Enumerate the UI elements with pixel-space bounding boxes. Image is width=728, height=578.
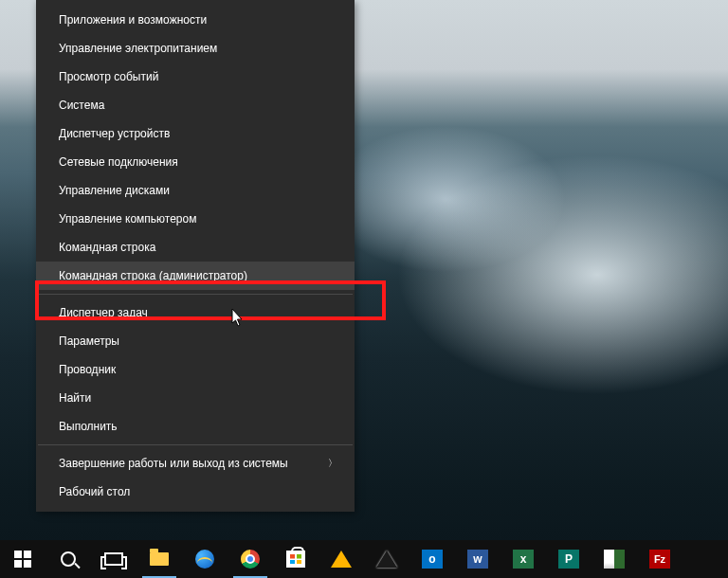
folder-icon: [148, 548, 171, 570]
outlook-icon: o: [421, 548, 444, 570]
taskbar-word[interactable]: w: [455, 540, 500, 578]
ie-icon: [193, 548, 216, 570]
menu-item-network-connections[interactable]: Сетевые подключения: [36, 148, 355, 176]
taskbar-aimp[interactable]: [318, 540, 364, 578]
menu-item-power-options[interactable]: Управление электропитанием: [36, 34, 355, 63]
menu-item-label: Диспетчер задач: [59, 306, 148, 319]
taskbar: o w x P Fz: [0, 540, 728, 578]
menu-item-label: Диспетчер устройств: [59, 127, 170, 140]
menu-item-settings[interactable]: Параметры: [36, 327, 355, 355]
menu-item-file-explorer[interactable]: Проводник: [36, 355, 355, 384]
chrome-icon: [239, 548, 262, 570]
winx-context-menu: Приложения и возможности Управление элек…: [36, 0, 355, 512]
total-commander-icon: [603, 548, 626, 570]
menu-item-label: Управление электропитанием: [59, 42, 217, 55]
taskbar-aimp-dark[interactable]: [364, 540, 410, 578]
menu-item-label: Управление компьютером: [59, 212, 196, 226]
word-icon: w: [466, 548, 489, 570]
task-view-button[interactable]: [91, 540, 136, 578]
menu-separator: [38, 294, 353, 295]
menu-item-apps-features[interactable]: Приложения и возможности: [36, 6, 355, 34]
store-icon: [284, 548, 307, 570]
menu-item-label: Найти: [59, 391, 91, 405]
menu-item-shutdown-signout[interactable]: Завершение работы или выход из системы 〉: [36, 449, 355, 478]
menu-item-label: Просмотр событий: [59, 70, 158, 83]
filezilla-icon: Fz: [648, 548, 671, 570]
menu-item-command-prompt[interactable]: Командная строка: [36, 233, 355, 262]
taskbar-chrome[interactable]: [228, 540, 273, 578]
menu-item-label: Командная строка (администратор): [59, 269, 247, 282]
taskbar-excel[interactable]: x: [500, 540, 546, 578]
start-button[interactable]: [0, 540, 46, 578]
menu-item-computer-management[interactable]: Управление компьютером: [36, 205, 355, 233]
menu-separator: [38, 444, 353, 445]
taskbar-outlook[interactable]: o: [410, 540, 455, 578]
search-icon: [57, 548, 80, 570]
taskbar-store[interactable]: [273, 540, 318, 578]
taskbar-filezilla[interactable]: Fz: [637, 540, 682, 578]
aimp-icon: [330, 548, 353, 570]
menu-item-label: Система: [59, 99, 104, 112]
menu-item-system[interactable]: Система: [36, 91, 355, 119]
menu-item-label: Управление дисками: [59, 184, 170, 197]
chevron-right-icon: 〉: [328, 457, 337, 470]
menu-item-label: Параметры: [59, 334, 119, 348]
excel-icon: x: [512, 548, 535, 570]
menu-item-desktop[interactable]: Рабочий стол: [36, 478, 355, 506]
search-button[interactable]: [46, 540, 91, 578]
menu-item-label: Рабочий стол: [59, 485, 130, 498]
menu-item-command-prompt-admin[interactable]: Командная строка (администратор): [36, 262, 355, 290]
menu-item-label: Выполнить: [59, 420, 118, 433]
menu-item-event-viewer[interactable]: Просмотр событий: [36, 63, 355, 91]
taskbar-total-commander[interactable]: [592, 540, 637, 578]
publisher-icon: P: [557, 548, 580, 570]
menu-item-label: Сетевые подключения: [59, 155, 178, 169]
menu-item-task-manager[interactable]: Диспетчер задач: [36, 298, 355, 327]
menu-item-label: Проводник: [59, 363, 116, 376]
menu-item-disk-management[interactable]: Управление дисками: [36, 176, 355, 205]
taskbar-publisher[interactable]: P: [546, 540, 592, 578]
task-view-icon: [102, 548, 125, 570]
menu-item-label: Приложения и возможности: [59, 13, 207, 27]
menu-item-label: Завершение работы или выход из системы: [59, 457, 288, 470]
menu-item-search[interactable]: Найти: [36, 384, 355, 412]
menu-item-label: Командная строка: [59, 241, 155, 254]
menu-item-device-manager[interactable]: Диспетчер устройств: [36, 119, 355, 148]
taskbar-internet-explorer[interactable]: [182, 540, 228, 578]
aimp-dark-icon: [375, 548, 398, 570]
windows-logo-icon: [11, 548, 34, 570]
taskbar-file-explorer[interactable]: [136, 540, 182, 578]
menu-item-run[interactable]: Выполнить: [36, 412, 355, 441]
